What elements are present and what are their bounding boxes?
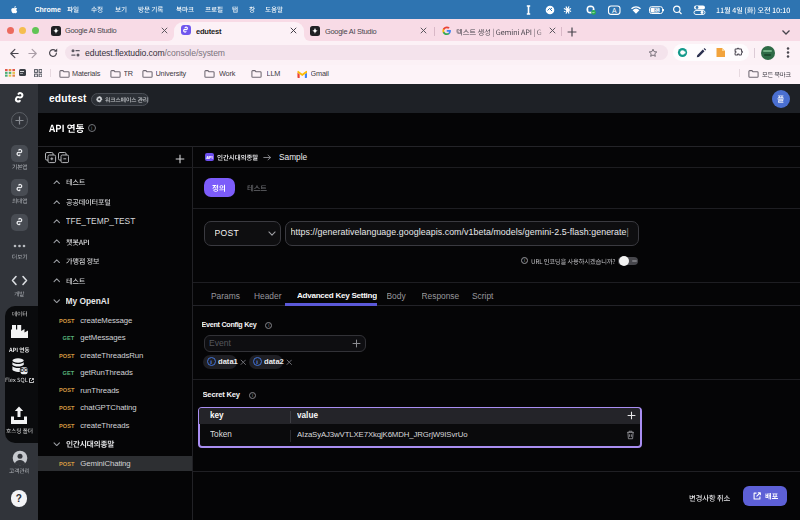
svg-text:DO: DO <box>20 368 27 373</box>
svg-text:A: A <box>612 6 617 13</box>
svg-text:81: 81 <box>654 7 660 12</box>
